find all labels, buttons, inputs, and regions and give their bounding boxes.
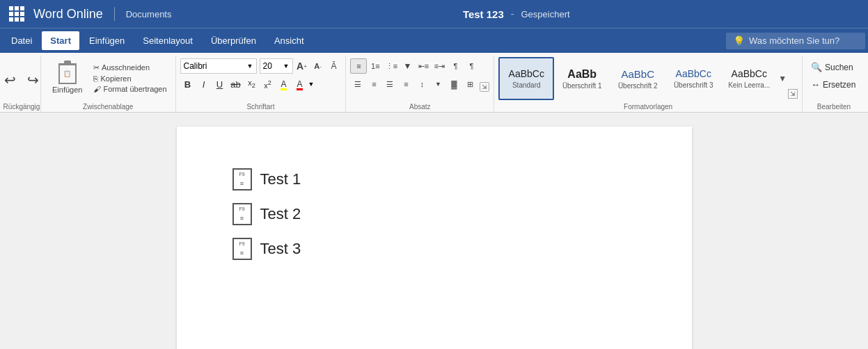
undo-button[interactable]: ↩ [0, 69, 20, 91]
style-h2-preview: AaBbC [621, 68, 654, 81]
copy-icon: ⎘ [93, 74, 100, 83]
style-h2[interactable]: AaBbC Überschrift 2 [610, 57, 665, 100]
chevron-down-icon: ▼ [778, 74, 787, 83]
format-painter-button[interactable]: 🖌 Format übertragen [90, 84, 169, 94]
style-h1-preview: AaBb [567, 67, 597, 81]
search-label: Suchen [825, 63, 853, 72]
underline-button[interactable]: U [212, 76, 228, 92]
italic-label: I [203, 79, 205, 90]
styles-group: AaBbCc Standard AaBb Überschrift 1 AaBbC… [494, 56, 803, 112]
entry-text-2: Test 2 [260, 205, 301, 223]
menu-item-ansicht[interactable]: Ansicht [266, 31, 313, 50]
font-grow-button[interactable]: A+ [294, 58, 310, 74]
redo-icon: ↪ [27, 72, 39, 88]
borders-button[interactable]: ⊞ [462, 76, 478, 92]
numbered-list-icon: 1≡ [371, 62, 380, 70]
breadcrumb[interactable]: Documents [126, 9, 172, 19]
style-h3-preview: AaBbCc [676, 68, 711, 80]
strikethrough-button[interactable]: ab [228, 76, 244, 92]
doc-title: Test 123 [463, 8, 504, 20]
bullet-list-button[interactable]: ≡ [350, 58, 367, 74]
justify-button[interactable]: ≡ [398, 76, 413, 92]
superscript-button[interactable]: x2 [260, 76, 276, 92]
font-size-select[interactable]: 20 ▼ [260, 58, 293, 74]
list-style-icon: ⋮≡ [386, 62, 397, 71]
entry-text-3: Test 3 [260, 240, 301, 258]
highlight-icon: A [281, 79, 286, 89]
clipboard-group-label: Zwischenablage [41, 103, 175, 111]
undo-group-label: Rückgängig [3, 103, 40, 111]
tell-me-search[interactable]: 💡 Was möchten Sie tun? [726, 33, 865, 49]
line-spacing-button[interactable]: ↕ [414, 76, 429, 92]
lightbulb-icon: 💡 [733, 35, 745, 47]
cut-button[interactable]: ✂ Ausschneiden [90, 63, 169, 73]
breadcrumb-folder[interactable]: Documents [126, 9, 172, 19]
menu-item-seitenlayout[interactable]: Seitenlayout [134, 31, 201, 50]
waffle-icon[interactable] [7, 4, 26, 24]
shading-button[interactable]: ▓ [446, 76, 461, 92]
align-center-button[interactable]: ≡ [366, 76, 381, 92]
title-separator [114, 7, 115, 21]
superscript-label: x2 [264, 79, 271, 90]
list-item: Test 1 [232, 168, 636, 190]
styles-container: AaBbCc Standard AaBb Überschrift 1 AaBbC… [498, 57, 798, 100]
align-left-button[interactable]: ☰ [350, 76, 365, 92]
line-spacing-dropdown[interactable]: ▼ [430, 76, 445, 92]
search-button[interactable]: 🔍 Suchen [807, 60, 858, 74]
align-center-icon: ≡ [372, 80, 376, 88]
bullet-list-icon: ≡ [356, 62, 361, 70]
clear-format-button[interactable]: Ā [326, 58, 342, 74]
rtl-button[interactable]: ¶ [464, 58, 479, 74]
style-nospace[interactable]: AaBbCc Kein Leerra... [721, 57, 777, 100]
underline-label: U [216, 79, 223, 90]
style-h1[interactable]: AaBb Überschrift 1 [554, 57, 610, 100]
para-dialog-button[interactable]: ⇲ [480, 82, 489, 92]
menu-item-einfuegen[interactable]: Einfügen [81, 31, 133, 50]
menu-item-datei[interactable]: Datei [3, 31, 40, 50]
indent-list-button[interactable]: ⋮≡ [384, 58, 399, 74]
font-color-button[interactable]: A [292, 76, 308, 92]
list-item: Test 2 [232, 203, 636, 225]
highlight-button[interactable]: A [276, 76, 292, 92]
style-h3[interactable]: AaBbCc Überschrift 3 [665, 57, 721, 100]
style-standard[interactable]: AaBbCc Standard [498, 57, 554, 100]
edit-group: 🔍 Suchen ↔ Ersetzen Bearbeiten [803, 56, 865, 112]
font-name-value: Calibri [184, 61, 246, 71]
align-right-button[interactable]: ☰ [382, 76, 397, 92]
list-dropdown-button[interactable]: ▼ [400, 58, 415, 74]
undo-group: ↩ ↪ Rückgängig [3, 56, 41, 112]
font-shrink-button[interactable]: A- [310, 58, 326, 74]
align-left-icon: ☰ [354, 80, 361, 89]
document-area[interactable]: Test 1 Test 2 Test 3 [0, 113, 868, 349]
paste-button[interactable]: 📋 Einfügen [47, 60, 88, 97]
decrease-indent-button[interactable]: ⇤≡ [416, 58, 431, 74]
increase-indent-button[interactable]: ≡⇥ [432, 58, 447, 74]
style-nospace-label: Kein Leerra... [728, 81, 770, 89]
clipboard-mini-buttons: ✂ Ausschneiden ⎘ Kopieren 🖌 Format übert… [90, 63, 169, 94]
clear-format-icon: Ā [331, 61, 336, 71]
redo-button[interactable]: ↪ [23, 69, 43, 91]
numbered-list-button[interactable]: 1≡ [368, 58, 383, 74]
field-icon-3 [232, 238, 252, 260]
menu-item-ueberpruefen[interactable]: Überprüfen [203, 31, 265, 50]
paragraph-group: ≡ 1≡ ⋮≡ ▼ ⇤≡ ≡⇥ ¶ ¶ ☰ ≡ ☰ [346, 56, 494, 112]
edit-group-label: Bearbeiten [803, 103, 865, 111]
app-title: Word Online [33, 7, 103, 22]
font-dropdown-icon[interactable]: ▼ [308, 81, 315, 88]
bold-button[interactable]: B [180, 76, 196, 92]
font-name-select[interactable]: Calibri ▼ [180, 58, 257, 74]
replace-icon: ↔ [811, 79, 820, 90]
styles-scroll-down[interactable]: ▼ [777, 57, 788, 100]
italic-button[interactable]: I [196, 76, 212, 92]
undo-icon: ↩ [4, 72, 16, 88]
copy-button[interactable]: ⎘ Kopieren [90, 74, 169, 83]
styles-dialog-button[interactable]: ⇲ [788, 89, 798, 99]
entry-text-1: Test 1 [260, 170, 301, 188]
document-page[interactable]: Test 1 Test 2 Test 3 [177, 127, 692, 349]
title-bar: Word Online Documents Test 123 - Gespeic… [0, 0, 868, 28]
menu-item-start[interactable]: Start [42, 31, 79, 50]
ribbon: ↩ ↪ Rückgängig 📋 Einfügen ✂ Ausschneiden [0, 53, 868, 113]
subscript-button[interactable]: x2 [244, 76, 260, 92]
ltr-rtl-button[interactable]: ¶ [448, 58, 463, 74]
replace-button[interactable]: ↔ Ersetzen [807, 77, 860, 92]
